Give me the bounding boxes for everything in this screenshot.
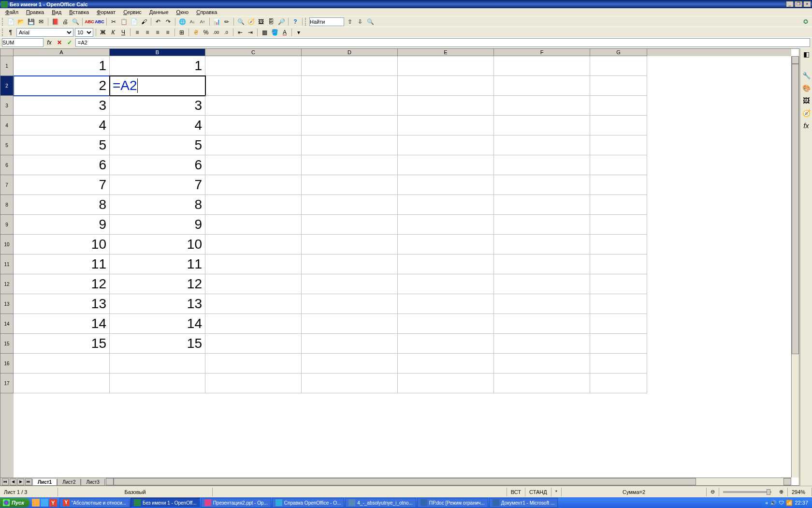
cell-D1[interactable] <box>302 56 398 76</box>
sheet-tab-Лист1[interactable]: Лист1 <box>32 479 57 486</box>
taskbar-item[interactable]: 4_-_absolyutnye_i_otno... <box>345 498 416 508</box>
status-sum[interactable]: Сумма=2 <box>562 488 707 496</box>
borders-button[interactable]: ▦ <box>260 28 269 37</box>
cell-B5[interactable]: 5 <box>110 135 205 155</box>
close-button[interactable]: × <box>803 1 811 7</box>
cell-D8[interactable] <box>302 195 398 215</box>
cell-F10[interactable] <box>494 235 590 254</box>
cell-E3[interactable] <box>398 96 494 116</box>
cell-D17[interactable] <box>302 374 398 393</box>
cell-A16[interactable] <box>14 354 110 374</box>
column-header-B[interactable]: B <box>110 49 205 56</box>
column-header-A[interactable]: A <box>14 49 110 56</box>
merge-cells-button[interactable]: ⊞ <box>177 28 186 37</box>
row-header-4[interactable]: 4 <box>0 116 14 135</box>
cell-B14[interactable]: 14 <box>110 314 205 334</box>
cell-F9[interactable] <box>494 215 590 235</box>
cell-E4[interactable] <box>398 116 494 135</box>
column-header-D[interactable]: D <box>302 49 398 56</box>
cell-C14[interactable] <box>205 314 302 334</box>
row-header-12[interactable]: 12 <box>0 274 14 294</box>
tab-last-button[interactable]: ⏭ <box>25 478 32 485</box>
autospell-button[interactable]: ABC <box>95 17 104 26</box>
save-button[interactable]: 💾 <box>27 17 35 26</box>
cell-A7[interactable]: 7 <box>14 175 110 195</box>
cell-F15[interactable] <box>494 334 590 354</box>
cell-G12[interactable] <box>590 274 647 294</box>
cell-D12[interactable] <box>302 274 398 294</box>
cell-E6[interactable] <box>398 155 494 175</box>
cell-A2[interactable]: 2 <box>14 76 110 96</box>
cell-G14[interactable] <box>590 314 647 334</box>
cell-D10[interactable] <box>302 235 398 254</box>
cell-G1[interactable] <box>590 56 647 76</box>
navigator-icon[interactable]: 🧭 <box>802 109 811 118</box>
cell-G3[interactable] <box>590 96 647 116</box>
cell-G5[interactable] <box>590 135 647 155</box>
tab-next-button[interactable]: ▶ <box>17 478 24 485</box>
cell-F16[interactable] <box>494 354 590 374</box>
start-button[interactable]: Пуск <box>0 498 30 508</box>
cell-E17[interactable] <box>398 374 494 393</box>
row-header-7[interactable]: 7 <box>0 175 14 195</box>
bold-button[interactable]: Ж <box>99 28 107 37</box>
navigator-button[interactable]: 🧭 <box>246 17 255 26</box>
row-header-3[interactable]: 3 <box>0 96 14 116</box>
cell-B9[interactable]: 9 <box>110 215 205 235</box>
align-right-button[interactable]: ≡ <box>153 28 162 37</box>
cell-B11[interactable]: 11 <box>110 254 205 274</box>
pdf-button[interactable]: 📕 <box>51 17 59 26</box>
hyperlink-button[interactable]: 🌐 <box>178 17 187 26</box>
add-decimal-button[interactable]: .00 <box>212 28 220 37</box>
find-next-button[interactable]: ⇩ <box>356 17 364 26</box>
show-draw-button[interactable]: ✏ <box>222 17 231 26</box>
cell-G8[interactable] <box>590 195 647 215</box>
sheet-tab-Лист3[interactable]: Лист3 <box>81 479 104 486</box>
select-all-corner[interactable] <box>0 49 14 56</box>
properties-icon[interactable]: 🔧 <box>802 72 811 80</box>
zoom-percent[interactable]: 294% <box>788 488 812 496</box>
cell-A1[interactable]: 1 <box>14 56 110 76</box>
cell-F8[interactable] <box>494 195 590 215</box>
cell-C9[interactable] <box>205 215 302 235</box>
cell-G7[interactable] <box>590 175 647 195</box>
email-button[interactable]: ✉ <box>37 17 45 26</box>
styles-button[interactable]: ¶ <box>6 28 15 37</box>
cell-E16[interactable] <box>398 354 494 374</box>
more-button[interactable]: ▾ <box>294 28 303 37</box>
zoom-button[interactable]: 🔎 <box>277 17 286 26</box>
cell-E9[interactable] <box>398 215 494 235</box>
functions-icon[interactable]: fx <box>802 122 811 131</box>
sort-desc-button[interactable]: A↑ <box>198 17 207 26</box>
accept-formula-button[interactable]: ✓ <box>65 38 74 47</box>
minimize-button[interactable]: _ <box>786 1 794 7</box>
spellcheck-button[interactable]: ABC <box>85 17 94 26</box>
row-header-14[interactable]: 14 <box>0 314 14 334</box>
cell-E5[interactable] <box>398 135 494 155</box>
cell-A5[interactable]: 5 <box>14 135 110 155</box>
menu-вставка[interactable]: Вставка <box>66 9 92 15</box>
cell-B1[interactable]: 1 <box>110 56 205 76</box>
redo-button[interactable]: ↷ <box>164 17 173 26</box>
sidebar-toggle-icon[interactable]: ◧ <box>802 50 811 59</box>
cell-D7[interactable] <box>302 175 398 195</box>
column-header-G[interactable]: G <box>590 49 647 56</box>
cell-D11[interactable] <box>302 254 398 274</box>
status-sheet[interactable]: Лист 1 / 3 <box>0 488 58 496</box>
tab-first-button[interactable]: ⏮ <box>2 478 9 485</box>
function-wizard-button[interactable]: fx <box>45 38 54 47</box>
cell-C2[interactable] <box>205 76 302 96</box>
cell-A11[interactable]: 11 <box>14 254 110 274</box>
cell-F13[interactable] <box>494 294 590 314</box>
scroll-up-button[interactable] <box>792 56 799 64</box>
cell-F11[interactable] <box>494 254 590 274</box>
cell-B16[interactable] <box>110 354 205 374</box>
cell-A12[interactable]: 12 <box>14 274 110 294</box>
chart-button[interactable]: 📊 <box>212 17 221 26</box>
cell-F14[interactable] <box>494 314 590 334</box>
cell-F3[interactable] <box>494 96 590 116</box>
cell-F12[interactable] <box>494 274 590 294</box>
hscroll-thumb[interactable] <box>114 478 696 485</box>
cell-C11[interactable] <box>205 254 302 274</box>
currency-button[interactable]: ₴ <box>191 28 200 37</box>
